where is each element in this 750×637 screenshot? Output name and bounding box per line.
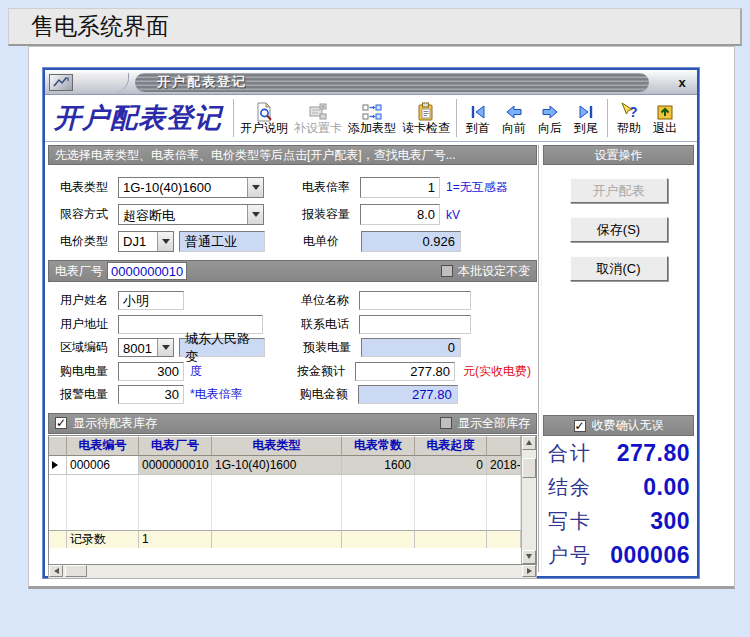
- form-row: 电价类型 DJ1 普通工业 电单价 0.926: [60, 228, 537, 255]
- column-header-meter-type[interactable]: 电表类型: [212, 436, 342, 456]
- svg-text:?: ?: [629, 104, 638, 120]
- area-code-label: 区域编码: [60, 339, 118, 356]
- customer-form: 用户姓名 单位名称 用户地址 联系电话 区域编码 8001: [48, 282, 537, 409]
- hint-bar: 先选择电表类型、电表倍率、电价类型等后点击[开户配表]，查找电表厂号...: [48, 145, 537, 165]
- show-pending-checkbox[interactable]: [55, 417, 67, 429]
- vertical-divider: [538, 145, 542, 572]
- add-meter-type-icon: [361, 102, 383, 122]
- limit-mode-select[interactable]: 超容断电: [118, 204, 264, 225]
- capacity-label: 报装容量: [302, 206, 360, 223]
- price-type-label: 电价类型: [60, 233, 118, 250]
- save-button[interactable]: 保存(S): [570, 217, 668, 242]
- alarm-qty-input[interactable]: [118, 385, 184, 404]
- help-button[interactable]: ? 帮助: [611, 96, 647, 140]
- total-value: 277.80: [617, 440, 690, 467]
- scroll-left-button[interactable]: [49, 565, 63, 577]
- hscroll-thumb[interactable]: [65, 565, 87, 577]
- form-row: 用户地址 联系电话: [60, 313, 537, 337]
- go-next-button[interactable]: 向后: [532, 96, 568, 140]
- batch-fixed-checkbox[interactable]: [441, 265, 453, 277]
- form-row: 报警电量 *电表倍率 购电金额 277.80: [60, 383, 537, 407]
- triangle-right-icon: [527, 568, 532, 574]
- add-meter-type-button[interactable]: 添加表型: [345, 96, 399, 140]
- area-code-value: 8001: [119, 339, 157, 356]
- column-header-factory-no[interactable]: 电表厂号: [139, 436, 212, 456]
- limit-mode-label: 限容方式: [60, 206, 118, 223]
- by-amount-input[interactable]: [355, 362, 455, 381]
- cell-constant[interactable]: 1600: [342, 456, 415, 475]
- arrow-right-icon: [539, 102, 561, 122]
- empty-cell: [342, 475, 415, 530]
- column-header-meter-no[interactable]: 电表编号: [67, 436, 139, 456]
- table-hscrollbar[interactable]: [48, 565, 537, 579]
- alarm-qty-hint: *电表倍率: [190, 386, 243, 403]
- footer-cell: [49, 530, 67, 548]
- unit-price-value: 0.926: [361, 231, 461, 252]
- go-first-button[interactable]: 到首: [460, 96, 496, 140]
- close-button[interactable]: x: [673, 75, 691, 90]
- cell-factory-no[interactable]: 0000000010: [139, 456, 212, 475]
- price-type-select[interactable]: DJ1: [118, 231, 174, 252]
- capacity-input[interactable]: [360, 204, 440, 225]
- toolbar-button-label: 开户说明: [240, 122, 288, 135]
- user-name-input[interactable]: [118, 291, 184, 310]
- cell-date[interactable]: 2018-: [487, 456, 521, 475]
- toolbar-button-label: 向后: [538, 122, 562, 135]
- window-title: 开户配表登记: [135, 73, 649, 92]
- limit-mode-value: 超容断电: [119, 205, 247, 224]
- column-header-date[interactable]: [487, 436, 521, 456]
- user-name-label: 用户姓名: [60, 292, 118, 309]
- footer-cell: [415, 530, 487, 548]
- area-desc: 城东人民路变: [179, 338, 265, 357]
- confirm-bar: 收费确认无误: [543, 415, 694, 436]
- account-no-label: 户号: [548, 542, 592, 569]
- actions-panel-title: 设置操作: [543, 145, 694, 165]
- window-titlebar[interactable]: 开户配表登记 x: [45, 70, 697, 95]
- column-header-constant[interactable]: 电表常数: [342, 436, 415, 456]
- cell-start[interactable]: 0: [415, 456, 487, 475]
- phone-input[interactable]: [359, 315, 471, 334]
- inventory-table: 电表编号 电表厂号 电表类型 电表常数 电表起度 000006 00000000…: [48, 435, 537, 565]
- exit-button[interactable]: 退出: [647, 96, 683, 140]
- cancel-button[interactable]: 取消(C): [570, 256, 668, 281]
- ratio-input[interactable]: [360, 177, 440, 198]
- scroll-up-button[interactable]: [522, 436, 536, 450]
- factory-no-input[interactable]: [107, 262, 187, 280]
- fee-confirm-checkbox[interactable]: [574, 420, 586, 432]
- scroll-down-button[interactable]: [522, 550, 536, 564]
- account-no-value: 000006: [610, 542, 690, 569]
- column-header: [49, 436, 67, 456]
- meter-type-select[interactable]: 1G-10(40)1600: [118, 177, 264, 198]
- triangle-left-icon: [54, 568, 59, 574]
- summary-row: 结余 0.00: [543, 470, 694, 504]
- account-info-button[interactable]: 开户说明: [237, 96, 291, 140]
- cell-meter-type[interactable]: 1G-10(40)1600: [212, 456, 342, 475]
- read-card-check-button[interactable]: 读卡检查: [399, 96, 453, 140]
- purchase-qty-input[interactable]: [118, 362, 184, 381]
- write-card-label: 写卡: [548, 508, 592, 535]
- cell-meter-no[interactable]: 000006: [67, 456, 139, 475]
- address-label: 用户地址: [60, 316, 118, 333]
- footer-cell: [342, 530, 415, 548]
- vscroll-thumb[interactable]: [522, 458, 536, 478]
- org-name-input[interactable]: [359, 291, 471, 310]
- toolbar-button-label: 向前: [502, 122, 526, 135]
- dropdown-arrow-icon[interactable]: [247, 178, 263, 197]
- exit-icon: [654, 102, 676, 122]
- go-last-button[interactable]: 到尾: [568, 96, 604, 140]
- factory-no-label: 电表厂号: [55, 263, 103, 280]
- scroll-right-button[interactable]: [522, 565, 536, 577]
- record-count-label: 记录数: [67, 530, 139, 548]
- column-header-start[interactable]: 电表起度: [415, 436, 487, 456]
- empty-cell: [67, 475, 139, 530]
- dropdown-arrow-icon[interactable]: [157, 232, 173, 251]
- footer-cell: [487, 530, 521, 548]
- dropdown-arrow-icon[interactable]: [157, 339, 173, 356]
- table-vscrollbar[interactable]: [521, 436, 536, 564]
- dropdown-arrow-icon[interactable]: [247, 205, 263, 224]
- app-title: 开户配表登记: [48, 96, 230, 140]
- area-code-select[interactable]: 8001: [118, 338, 174, 357]
- show-all-checkbox[interactable]: [440, 417, 452, 429]
- summary-row: 户号 000006: [543, 538, 694, 572]
- go-previous-button[interactable]: 向前: [496, 96, 532, 140]
